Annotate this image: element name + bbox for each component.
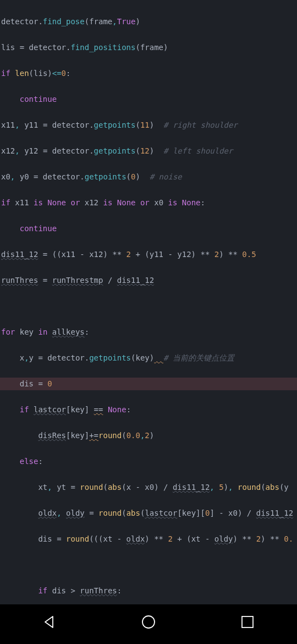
recent-square-icon xyxy=(240,614,255,630)
home-circle-icon xyxy=(141,614,156,630)
code-line: if x11 is None or x12 is None or x0 is N… xyxy=(0,197,297,210)
code-editor[interactable]: detector.find_pose(frame,True) lis = det… xyxy=(0,0,297,644)
code-line: x11, y11 = detector.getpoints(11) # righ… xyxy=(0,119,297,132)
android-navbar xyxy=(0,604,297,644)
code-line: detector.find_pose(frame,True) xyxy=(0,15,297,29)
code-line: disRes[key]+=round(0.0,2) xyxy=(0,429,297,443)
code-line: for key in allkeys: xyxy=(0,326,297,339)
code-line: continue xyxy=(0,222,297,236)
recent-button[interactable] xyxy=(240,614,255,634)
code-line: runThres = runThrestmp / dis11_12 xyxy=(0,274,297,287)
code-line-highlighted: dis = 0 xyxy=(0,378,297,391)
back-triangle-icon xyxy=(42,614,57,630)
code-line: else: xyxy=(0,455,297,468)
home-button[interactable] xyxy=(141,614,156,634)
svg-rect-1 xyxy=(242,616,253,627)
code-line: x0, y0 = detector.getpoints(0) # noise xyxy=(0,171,297,184)
code-line: dis = round(((xt - oldx) ** 2 + (xt - ol… xyxy=(0,533,297,546)
code-line: oldx, oldy = round(abs(lastcor[key][0] -… xyxy=(0,507,297,520)
code-line: dis11_12 = ((x11 - x12) ** 2 + (y11 - y1… xyxy=(0,248,297,261)
code-line: if lastcor[key] == None: xyxy=(0,403,297,417)
code-line xyxy=(0,559,297,572)
code-line: xt, yt = round(abs(x - x0) / dis11_12, 5… xyxy=(0,481,297,494)
code-line xyxy=(0,300,297,313)
code-line: x,y = detector.getpoints(key) # 当前的关键点位置 xyxy=(0,352,297,365)
back-button[interactable] xyxy=(42,614,57,634)
code-line: if len(lis)<=0: xyxy=(0,67,297,80)
code-line: if dis > runThres: xyxy=(0,585,297,598)
code-line: x12, y12 = detector.getpoints(12) # left… xyxy=(0,145,297,158)
code-line: lis = detector.find_positions(frame) xyxy=(0,41,297,54)
code-line: continue xyxy=(0,93,297,106)
svg-point-0 xyxy=(142,616,155,628)
